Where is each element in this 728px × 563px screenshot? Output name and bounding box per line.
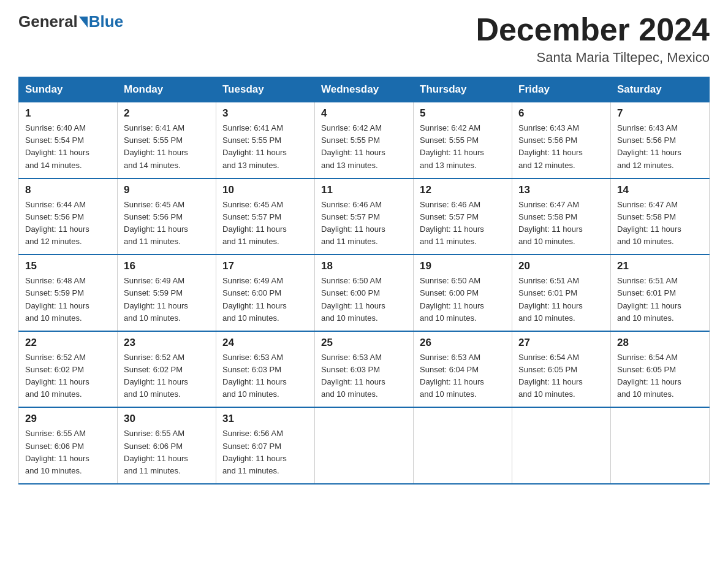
month-title: December 2024 (476, 12, 710, 47)
day-number: 14 (617, 184, 703, 196)
day-number: 5 (420, 107, 506, 120)
day-info: Sunrise: 6:52 AMSunset: 6:02 PMDaylight:… (124, 351, 210, 401)
header: General Blue December 2024 Santa Maria T… (18, 12, 710, 66)
calendar-cell: 12Sunrise: 6:46 AMSunset: 5:57 PMDayligh… (414, 178, 512, 255)
day-number: 27 (518, 337, 604, 349)
day-info: Sunrise: 6:44 AMSunset: 5:56 PMDaylight:… (25, 199, 111, 248)
calendar-cell: 20Sunrise: 6:51 AMSunset: 6:01 PMDayligh… (512, 255, 611, 331)
calendar-cell: 26Sunrise: 6:53 AMSunset: 6:04 PMDayligh… (414, 331, 512, 408)
day-info: Sunrise: 6:47 AMSunset: 5:58 PMDaylight:… (617, 199, 703, 248)
day-info: Sunrise: 6:46 AMSunset: 5:57 PMDaylight:… (420, 199, 506, 248)
day-number: 29 (25, 413, 111, 425)
day-info: Sunrise: 6:46 AMSunset: 5:57 PMDaylight:… (321, 199, 407, 248)
day-info: Sunrise: 6:53 AMSunset: 6:03 PMDaylight:… (222, 351, 308, 401)
calendar-cell: 24Sunrise: 6:53 AMSunset: 6:03 PMDayligh… (216, 331, 315, 408)
day-number: 15 (25, 260, 111, 272)
day-number: 18 (321, 260, 407, 272)
day-info: Sunrise: 6:56 AMSunset: 6:07 PMDaylight:… (222, 427, 308, 477)
calendar-cell (315, 407, 414, 484)
day-number: 4 (321, 107, 407, 120)
day-number: 6 (518, 107, 604, 120)
day-number: 17 (222, 260, 308, 272)
calendar-cell: 23Sunrise: 6:52 AMSunset: 6:02 PMDayligh… (118, 331, 216, 408)
day-info: Sunrise: 6:51 AMSunset: 6:01 PMDaylight:… (518, 275, 604, 324)
day-number: 30 (124, 413, 210, 425)
calendar-cell: 30Sunrise: 6:55 AMSunset: 6:06 PMDayligh… (118, 407, 216, 484)
calendar-week-row-4: 22Sunrise: 6:52 AMSunset: 6:02 PMDayligh… (19, 331, 710, 408)
calendar-cell: 8Sunrise: 6:44 AMSunset: 5:56 PMDaylight… (19, 178, 118, 255)
day-info: Sunrise: 6:50 AMSunset: 6:00 PMDaylight:… (321, 275, 407, 324)
day-info: Sunrise: 6:55 AMSunset: 6:06 PMDaylight:… (124, 427, 210, 477)
calendar-cell: 21Sunrise: 6:51 AMSunset: 6:01 PMDayligh… (611, 255, 710, 331)
calendar-table: SundayMondayTuesdayWednesdayThursdayFrid… (18, 77, 710, 484)
calendar-cell: 25Sunrise: 6:53 AMSunset: 6:03 PMDayligh… (315, 331, 414, 408)
day-info: Sunrise: 6:49 AMSunset: 6:00 PMDaylight:… (222, 275, 308, 324)
calendar-cell (611, 407, 710, 484)
calendar-header-friday: Friday (512, 77, 611, 102)
day-number: 23 (124, 337, 210, 349)
calendar-week-row-1: 1Sunrise: 6:40 AMSunset: 5:54 PMDaylight… (19, 102, 710, 178)
day-number: 13 (518, 184, 604, 196)
day-info: Sunrise: 6:54 AMSunset: 6:05 PMDaylight:… (617, 351, 703, 401)
day-info: Sunrise: 6:52 AMSunset: 6:02 PMDaylight:… (25, 351, 111, 401)
calendar-cell: 5Sunrise: 6:42 AMSunset: 5:55 PMDaylight… (414, 102, 512, 178)
day-number: 25 (321, 337, 407, 349)
day-info: Sunrise: 6:53 AMSunset: 6:03 PMDaylight:… (321, 351, 407, 401)
day-number: 12 (420, 184, 506, 196)
day-number: 21 (617, 260, 703, 272)
day-info: Sunrise: 6:51 AMSunset: 6:01 PMDaylight:… (617, 275, 703, 324)
calendar-header-monday: Monday (118, 77, 216, 102)
day-number: 11 (321, 184, 407, 196)
calendar-header-wednesday: Wednesday (315, 77, 414, 102)
calendar-cell: 6Sunrise: 6:43 AMSunset: 5:56 PMDaylight… (512, 102, 611, 178)
day-info: Sunrise: 6:42 AMSunset: 5:55 PMDaylight:… (321, 122, 407, 172)
calendar-week-row-2: 8Sunrise: 6:44 AMSunset: 5:56 PMDaylight… (19, 178, 710, 255)
logo-arrow-icon (79, 17, 88, 28)
calendar-cell: 7Sunrise: 6:43 AMSunset: 5:56 PMDaylight… (611, 102, 710, 178)
calendar-header-tuesday: Tuesday (216, 77, 315, 102)
calendar-week-row-5: 29Sunrise: 6:55 AMSunset: 6:06 PMDayligh… (19, 407, 710, 484)
calendar-cell: 3Sunrise: 6:41 AMSunset: 5:55 PMDaylight… (216, 102, 315, 178)
logo: General Blue (18, 12, 123, 31)
day-info: Sunrise: 6:43 AMSunset: 5:56 PMDaylight:… (518, 122, 604, 172)
calendar-cell: 2Sunrise: 6:41 AMSunset: 5:55 PMDaylight… (118, 102, 216, 178)
calendar-cell: 1Sunrise: 6:40 AMSunset: 5:54 PMDaylight… (19, 102, 118, 178)
day-number: 7 (617, 107, 703, 120)
day-number: 8 (25, 184, 111, 196)
calendar-cell: 14Sunrise: 6:47 AMSunset: 5:58 PMDayligh… (611, 178, 710, 255)
day-info: Sunrise: 6:45 AMSunset: 5:56 PMDaylight:… (124, 199, 210, 248)
day-info: Sunrise: 6:40 AMSunset: 5:54 PMDaylight:… (25, 122, 111, 172)
calendar-cell (414, 407, 512, 484)
day-number: 28 (617, 337, 703, 349)
calendar-cell: 22Sunrise: 6:52 AMSunset: 6:02 PMDayligh… (19, 331, 118, 408)
calendar-week-row-3: 15Sunrise: 6:48 AMSunset: 5:59 PMDayligh… (19, 255, 710, 331)
calendar-cell: 16Sunrise: 6:49 AMSunset: 5:59 PMDayligh… (118, 255, 216, 331)
day-number: 24 (222, 337, 308, 349)
day-number: 20 (518, 260, 604, 272)
calendar-cell: 13Sunrise: 6:47 AMSunset: 5:58 PMDayligh… (512, 178, 611, 255)
calendar-header-sunday: Sunday (19, 77, 118, 102)
calendar-header-row: SundayMondayTuesdayWednesdayThursdayFrid… (19, 77, 710, 102)
day-info: Sunrise: 6:54 AMSunset: 6:05 PMDaylight:… (518, 351, 604, 401)
day-number: 3 (222, 107, 308, 120)
day-info: Sunrise: 6:42 AMSunset: 5:55 PMDaylight:… (420, 122, 506, 172)
day-info: Sunrise: 6:48 AMSunset: 5:59 PMDaylight:… (25, 275, 111, 324)
day-info: Sunrise: 6:49 AMSunset: 5:59 PMDaylight:… (124, 275, 210, 324)
calendar-cell: 17Sunrise: 6:49 AMSunset: 6:00 PMDayligh… (216, 255, 315, 331)
day-info: Sunrise: 6:41 AMSunset: 5:55 PMDaylight:… (124, 122, 210, 172)
calendar-cell: 9Sunrise: 6:45 AMSunset: 5:56 PMDaylight… (118, 178, 216, 255)
day-info: Sunrise: 6:55 AMSunset: 6:06 PMDaylight:… (25, 427, 111, 477)
day-number: 2 (124, 107, 210, 120)
calendar-header-saturday: Saturday (611, 77, 710, 102)
day-info: Sunrise: 6:53 AMSunset: 6:04 PMDaylight:… (420, 351, 506, 401)
calendar-cell: 28Sunrise: 6:54 AMSunset: 6:05 PMDayligh… (611, 331, 710, 408)
day-number: 9 (124, 184, 210, 196)
day-number: 10 (222, 184, 308, 196)
calendar-cell: 31Sunrise: 6:56 AMSunset: 6:07 PMDayligh… (216, 407, 315, 484)
calendar-header-thursday: Thursday (414, 77, 512, 102)
calendar-cell: 15Sunrise: 6:48 AMSunset: 5:59 PMDayligh… (19, 255, 118, 331)
day-number: 26 (420, 337, 506, 349)
day-info: Sunrise: 6:47 AMSunset: 5:58 PMDaylight:… (518, 199, 604, 248)
calendar-cell: 4Sunrise: 6:42 AMSunset: 5:55 PMDaylight… (315, 102, 414, 178)
day-number: 16 (124, 260, 210, 272)
